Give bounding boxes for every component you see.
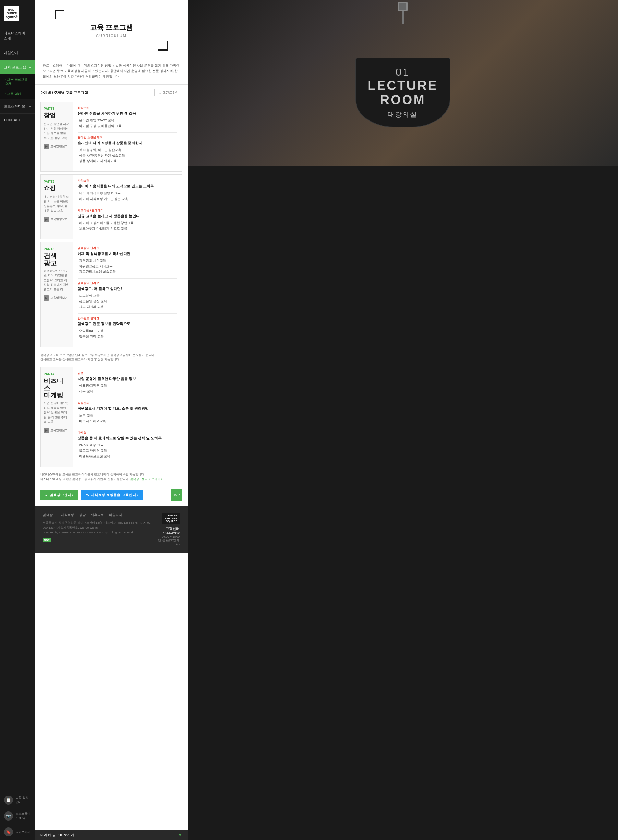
library-icon: 🔖 xyxy=(4,827,13,836)
intro-text: 파트너스퀘어는 한달에 한번씩의 효과적인 창업 방법과 성공적인 사업 운영을… xyxy=(35,58,187,85)
shopping-center-button[interactable]: ✎ 지식쇼핑 쇼핑몰을 교육센터 › xyxy=(81,490,143,500)
subsection-ad-level2: 검색광고 단계 2 검색광고, 더 잘하고 싶다면! 로그분석 교육 광고문안 … xyxy=(77,281,177,310)
top-button[interactable]: TOP xyxy=(171,489,182,501)
chain-decoration xyxy=(393,0,413,26)
card-schedule-button[interactable]: ▶ 교육일정보기 xyxy=(44,216,70,223)
card-description: 검색광고에 대한 기초 지식, 다양한 광고전략, 그리고 최적화 정보까지 검… xyxy=(44,268,70,292)
footer-right: NAVERPARTNERSQUARE 고객센터 1544-2937 09:00 … xyxy=(157,513,180,547)
subsection-item: 체크아웃과 마일리지 인트로 교육 xyxy=(77,226,177,231)
footer-nav-consult[interactable]: 상담 xyxy=(79,513,86,517)
part-label: PART4 xyxy=(44,372,70,376)
program-card-part4: PART4 비즈니스 마케팅 사업 운영에 필요한 정보 배출을 항상 전략 및… xyxy=(40,367,182,467)
nbp-badge: NBP xyxy=(43,538,51,542)
footer-left: 검색광고 지식쇼핑 상담 제휴의뢰 마일리지 서울특별시 강남구 역삼동 파이낸… xyxy=(43,513,157,542)
subsection-type: 입법 xyxy=(77,371,177,375)
subsection-item: 네이버 지식쇼핑 설명회 교육 xyxy=(77,190,177,196)
subsection-title: 사업 운영에 필요한 다양한 법률 정보 xyxy=(77,376,177,381)
subsection-type: 직원관리 xyxy=(77,401,177,405)
program-card-part2: PART2 쇼핑 네이버의 다양한 쇼핑 서비스를 이용한 상품공고, 홍보, … xyxy=(40,174,182,239)
subsection-title: 검색광고 전문 정보를 전략적으로! xyxy=(77,322,177,326)
subsection-knowledge-shopping: 지식쇼핑 네이버 사용자들을 나의 고객으로 만드는 노하우 네이버 지식쇼핑 … xyxy=(77,179,177,201)
card-description: 사업 운영에 필요한 정보 배출을 항상 전략 및 홍보 마케팅 등 다양한 주… xyxy=(44,401,70,424)
card-left-part1: PART1 창업 온라인 창업을 시작하기 위한 정상적인 모든 정보를 알을 … xyxy=(40,102,73,171)
floating-bar[interactable]: 네이버 광고 바로가기 ▼ xyxy=(35,830,187,840)
sidebar-item-partners[interactable]: 파트너스퀘어 소개 + xyxy=(0,26,35,45)
nbp-label: NBP xyxy=(43,538,51,542)
card-left-part2: PART2 쇼핑 네이버의 다양한 쇼핑 서비스를 이용한 상품공고, 홍보, … xyxy=(40,175,73,239)
bracket-bottom-right xyxy=(158,41,168,51)
subsection-item: 상품 사진/동영상 관련 실습교육 xyxy=(77,153,177,158)
divider xyxy=(77,278,177,279)
subsection-item: 상품 상세페이지 제작교육 xyxy=(77,158,177,164)
subsection-title: 네이버 사용자들을 나의 고객으로 만드는 노하우 xyxy=(77,184,177,189)
subsection-type: 온라인 쇼핑몰 제작 xyxy=(77,136,177,140)
sidebar-item-contact[interactable]: CONTACT xyxy=(0,114,35,127)
footer-address: 서울특별시 강남구 역삼동 파이낸스센터 13층 | 대표이사: TEL 123… xyxy=(43,520,157,530)
footer-brand: NAVERPARTNERSQUARE xyxy=(157,513,180,525)
footer: 검색광고 지식쇼핑 상담 제휴의뢰 마일리지 서울특별시 강남구 역삼동 파이낸… xyxy=(35,506,187,553)
subsection-item: 아이템 구성 및 배출전략 교육 xyxy=(77,123,177,128)
sidebar-subitem-program-intro[interactable]: 교육 프로그램 소개 xyxy=(0,74,35,89)
sidebar-logo: NAVERPARTNERSQUARE® xyxy=(0,0,35,26)
card-title: 쇼핑 xyxy=(44,185,70,192)
subsection-marketing: 마케팅 상품을 좀 더 효과적으로 알릴 수 있는 전략 및 노하우 SNS 마… xyxy=(77,430,177,459)
subsection-type: 체크아웃 / 판매대리 xyxy=(77,209,177,213)
level-number: 1 xyxy=(97,246,99,250)
footer-nav: 검색광고 지식쇼핑 상담 제휴의뢰 마일리지 xyxy=(43,513,157,517)
part-label: PART3 xyxy=(44,247,70,251)
subsection-title: 이제 막 검색광고를 시작하신다면! xyxy=(77,251,177,256)
footer-nav-ad[interactable]: 검색광고 xyxy=(43,513,56,517)
subsection-item: SNS 마케팅 교육 xyxy=(77,442,177,448)
divider xyxy=(77,133,177,133)
content-panel: 교육 프로그램 CURRICULUM 파트너스퀘어는 한달에 한번씩의 효과적인… xyxy=(35,0,187,840)
subsection-staff: 직원관리 직원으로서 기개이 할 태도, 소통 및 관리방법 노무 교육 비즈니… xyxy=(77,401,177,424)
level-number: 2 xyxy=(97,281,99,285)
subsection-item: 상표권/지적권 교육 xyxy=(77,383,177,388)
footer-nav-shopping[interactable]: 지식쇼핑 xyxy=(61,513,74,517)
sidebar-item-studio[interactable]: 포토스튜디오 + xyxy=(0,99,35,114)
subsection-item: 세무 교육 xyxy=(77,388,177,394)
card-right-part4: 입법 사업 운영에 필요한 다양한 법률 정보 상표권/지적권 교육 세무 교육… xyxy=(73,367,182,466)
level-number: 3 xyxy=(97,317,99,320)
sidebar-icon-schedule[interactable]: 📋 교육 일정 안내 xyxy=(0,792,35,808)
footer-nav-partnership[interactable]: 제휴의뢰 xyxy=(91,513,104,517)
room-number: 01 xyxy=(368,66,438,78)
sidebar-item-facilities[interactable]: 시설안내 + xyxy=(0,45,35,60)
footer-copyright: Powered by NAVER BUSINESS PLATFORM Corp.… xyxy=(43,530,157,535)
divider xyxy=(77,206,177,206)
ad-icon: ■ xyxy=(45,493,48,497)
subsection-law: 입법 사업 운영에 필요한 다양한 법률 정보 상표권/지적권 교육 세무 교육 xyxy=(77,371,177,394)
sidebar-icon-library[interactable]: 🔖 라이브러리 xyxy=(0,824,35,840)
subsection-item: 파워링크광고 시작교육 xyxy=(77,263,177,269)
sidebar-navigation: 파트너스퀘어 소개 + 시설안내 + 교육 프로그램 − 교육 프로그램 소개 … xyxy=(0,26,35,786)
card-right-part3: 검색광고 단계 1 이제 막 검색광고를 시작하신다면! 광역광고 시작교육 파… xyxy=(73,242,182,347)
subsection-item: 블로그 마케팅 교육 xyxy=(77,448,177,453)
subsection-item: 네이버 소핑서비스를 이용한 창업교육 xyxy=(77,220,177,226)
footer-nav-mileage[interactable]: 마일리지 xyxy=(109,513,122,517)
subsection-title: 상품을 좀 더 효과적으로 알릴 수 있는 전략 및 노하우 xyxy=(77,436,177,441)
sidebar-icon-studio[interactable]: 📷 포토스튜디오 예약 xyxy=(0,808,35,824)
page-subtitle: CURRICULUM xyxy=(45,34,178,38)
divider xyxy=(77,427,177,428)
ad-center-link-2[interactable]: 검색광고센터 바로가기 › xyxy=(130,477,162,481)
subsection-item: 광고관리시스템 실습교육 xyxy=(77,269,177,274)
subsection-ad-level1: 검색광고 단계 1 이제 막 검색광고를 시작하신다면! 광역광고 시작교육 파… xyxy=(77,246,177,274)
part-label: PART1 xyxy=(44,107,70,111)
card-title: 비즈니스 마케팅 xyxy=(44,377,70,399)
ad-center-button[interactable]: ■ 검색광고센터 › xyxy=(40,490,78,500)
subsection-title: 온라인 창업을 시작하기 위한 첫 걸음 xyxy=(77,111,177,116)
sidebar-item-programs[interactable]: 교육 프로그램 − xyxy=(0,60,35,74)
card-title: 창업 xyxy=(44,112,70,119)
subsection-title: 검색광고, 더 잘하고 싶다면! xyxy=(77,286,177,291)
right-panel: 01 LECTURE ROOM 대강의실 xyxy=(187,0,618,840)
card-schedule-button[interactable]: ▶ 교육일정보기 xyxy=(44,295,70,302)
subsection-type: 검색광고 단계 xyxy=(77,316,96,320)
subsection-item: 갓 N 설명회, 어드민 실습교육 xyxy=(77,147,177,153)
print-button[interactable]: 🖨 프린트하기 xyxy=(154,89,182,97)
subsection-item: 노무 교육 xyxy=(77,413,177,418)
card-schedule-button[interactable]: ▶ 교육일정보기 xyxy=(44,143,70,150)
divider xyxy=(77,313,177,314)
card-schedule-button[interactable]: ▶ 교육일정보기 xyxy=(44,427,70,434)
sidebar-subitem-program-schedule[interactable]: 교육 일정 xyxy=(0,89,35,99)
floating-bar-label: 네이버 광고 바로가기 xyxy=(40,833,74,837)
